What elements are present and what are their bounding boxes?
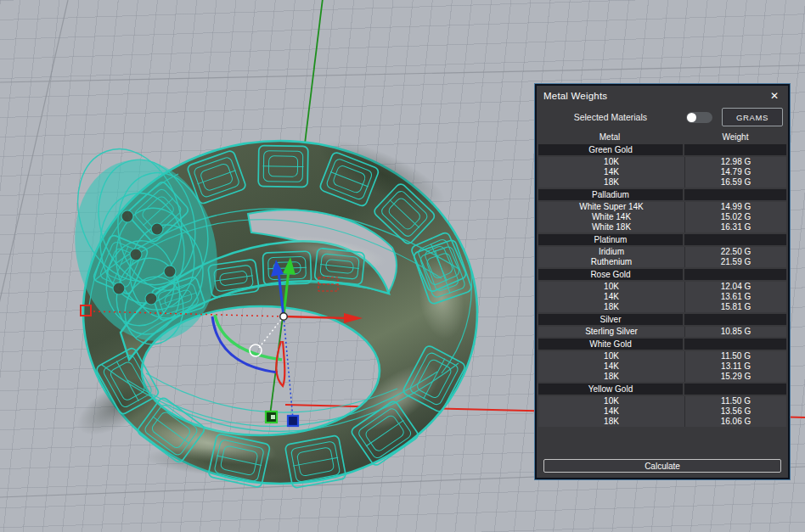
metal-section-header: Yellow Gold: [538, 384, 786, 395]
metal-section-name: Green Gold: [538, 144, 683, 155]
metal-section-name: Yellow Gold: [538, 384, 683, 395]
metal-cell: 14K: [538, 292, 684, 302]
metal-cell: 18K: [538, 372, 684, 382]
weight-cell: 12.98 G: [684, 157, 786, 167]
table-row: 14K13.61 G: [538, 292, 786, 302]
table-row: Iridium22.50 G: [538, 247, 786, 257]
table-column-headers: Metal Weight: [537, 132, 788, 142]
table-row: 18K16.06 G: [538, 417, 786, 427]
metal-section-weight-bar: [684, 269, 786, 280]
metal-weights-panel: Metal Weights ✕ Selected Materials GRAMS…: [535, 84, 790, 479]
weight-cell: 15.02 G: [684, 212, 786, 222]
metal-section-weight-bar: [684, 314, 786, 325]
panel-controls: Selected Materials GRAMS: [537, 103, 788, 128]
table-row: 10K12.98 G: [538, 157, 786, 167]
metal-cell: 18K: [538, 177, 684, 188]
metal-section-weight-bar: [684, 144, 786, 155]
metal-cell: 14K: [538, 406, 684, 417]
gumball-rotate-red-arc[interactable]: [276, 341, 284, 386]
table-row: Ruthenium21.59 G: [538, 257, 786, 267]
weight-cell: 11.50 G: [684, 351, 786, 361]
weight-cell: 16.06 G: [684, 417, 786, 427]
weight-cell: 10.85 G: [684, 327, 786, 337]
metal-section-header: Platinum: [538, 234, 786, 245]
metal-cell: 10K: [538, 351, 684, 361]
panel-title: Metal Weights: [543, 91, 607, 101]
weight-cell: 15.29 G: [684, 372, 786, 382]
metal-column-header: Metal: [537, 132, 683, 142]
weight-column-header: Weight: [683, 132, 788, 142]
metal-cell: 14K: [538, 167, 684, 177]
table-row: 10K11.50 G: [538, 351, 786, 361]
metal-section-header: Green Gold: [538, 144, 786, 155]
table-row: Sterling Silver10.85 G: [538, 327, 786, 337]
metal-cell: 10K: [538, 282, 684, 292]
gumball-blue-handle[interactable]: [288, 416, 298, 426]
panel-header: Metal Weights ✕: [537, 86, 788, 103]
table-row: White Super 14K14.99 G: [538, 202, 786, 212]
metal-section-name: Silver: [538, 314, 683, 325]
metal-cell: Sterling Silver: [538, 327, 684, 337]
weight-cell: 15.81 G: [684, 302, 786, 312]
metal-section-weight-bar: [684, 384, 786, 395]
weight-cell: 22.50 G: [684, 247, 786, 257]
metal-section-weight-bar: [684, 234, 786, 245]
table-row: 18K16.59 G: [538, 177, 786, 188]
metal-section-header: White Gold: [538, 339, 786, 350]
metal-cell: 18K: [538, 417, 684, 427]
metal-section-weight-bar: [684, 339, 786, 350]
metal-cell: White 14K: [538, 212, 684, 222]
table-row: 14K14.79 G: [538, 167, 786, 177]
gumball-rotate-green-arc[interactable]: [215, 315, 282, 360]
gumball-rotate-blue-arc[interactable]: [212, 316, 278, 372]
metal-section-weight-bar: [684, 189, 786, 200]
table-row: 14K13.56 G: [538, 406, 786, 417]
metal-cell: 18K: [538, 302, 684, 312]
weight-cell: 14.79 G: [684, 167, 786, 177]
weight-cell: 14.99 G: [684, 202, 786, 212]
table-row: 10K11.50 G: [538, 396, 786, 406]
metal-section-name: Platinum: [538, 234, 683, 245]
metal-section-header: Rose Gold: [538, 269, 786, 280]
metal-cell: Ruthenium: [538, 257, 684, 267]
selected-materials-label: Selected Materials: [574, 112, 647, 122]
metal-cell: 14K: [538, 361, 684, 372]
units-button[interactable]: GRAMS: [722, 108, 783, 126]
weight-cell: 13.56 G: [684, 406, 786, 417]
weight-cell: 13.61 G: [684, 292, 786, 302]
metal-section-name: Palladium: [538, 189, 683, 200]
metal-cell: White 18K: [538, 222, 684, 232]
metal-section-header: Palladium: [538, 189, 786, 200]
table-row: 10K12.04 G: [538, 282, 786, 292]
table-row: 14K13.11 G: [538, 361, 786, 372]
ring-model-wireframe[interactable]: [56, 128, 477, 489]
selected-materials-toggle[interactable]: [686, 112, 712, 123]
weight-cell: 13.11 G: [684, 361, 786, 372]
metal-section-name: Rose Gold: [538, 269, 683, 280]
weight-cell: 16.59 G: [684, 177, 786, 188]
metal-cell: Iridium: [538, 247, 684, 257]
metal-section-name: White Gold: [538, 339, 683, 350]
table-row: White 14K15.02 G: [538, 212, 786, 222]
weight-cell: 21.59 G: [684, 257, 786, 267]
metal-weights-table: Green Gold10K12.98 G14K14.79 G18K16.59 G…: [537, 144, 788, 427]
metal-section-header: Silver: [538, 314, 786, 325]
table-row: 18K15.81 G: [538, 302, 786, 312]
table-row: White 18K16.31 G: [538, 222, 786, 232]
table-row: 18K15.29 G: [538, 372, 786, 382]
calculate-button[interactable]: Calculate: [543, 459, 781, 473]
metal-cell: 10K: [538, 157, 684, 167]
gumball-green-handle-dot: [271, 415, 275, 419]
toggle-knob: [687, 113, 696, 122]
weight-cell: 16.31 G: [684, 222, 786, 232]
gumball-center-dot[interactable]: [280, 313, 287, 320]
metal-cell: 10K: [538, 396, 684, 406]
metal-cell: White Super 14K: [538, 202, 684, 212]
close-icon[interactable]: ✕: [768, 91, 781, 101]
weight-cell: 12.04 G: [684, 282, 786, 292]
weight-cell: 11.50 G: [684, 396, 786, 406]
